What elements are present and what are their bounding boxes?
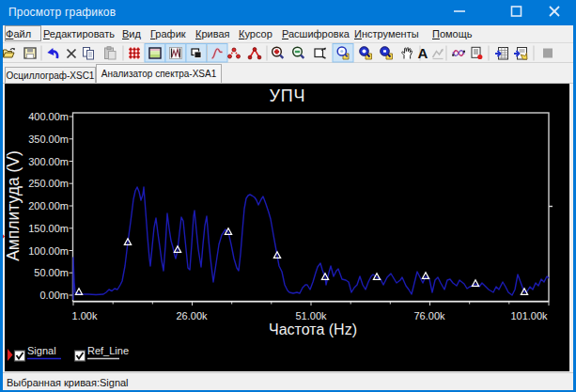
- svg-text:350.00m: 350.00m: [28, 133, 69, 145]
- svg-text:250.00m: 250.00m: [28, 178, 69, 189]
- svg-text:Частота (Hz): Частота (Hz): [269, 321, 357, 337]
- svg-text:УПЧ: УПЧ: [270, 86, 306, 105]
- svg-text:Signal: Signal: [27, 345, 56, 356]
- svg-text:Амплитуда (V): Амплитуда (V): [5, 150, 23, 261]
- svg-text:26.00k: 26.00k: [176, 310, 208, 321]
- svg-text:51.00k: 51.00k: [295, 310, 327, 321]
- svg-text:76.00k: 76.00k: [413, 310, 445, 321]
- svg-text:A: A: [418, 45, 428, 61]
- svg-text:0.00m: 0.00m: [39, 290, 69, 301]
- svg-text:Ref_Line: Ref_Line: [87, 345, 129, 356]
- svg-text:150.00m: 150.00m: [28, 223, 69, 234]
- svg-text:200.00m: 200.00m: [28, 200, 69, 212]
- svg-text:101.00k: 101.00k: [510, 310, 548, 321]
- svg-text:50.00m: 50.00m: [34, 267, 69, 278]
- svg-text:100.00m: 100.00m: [28, 245, 69, 257]
- svg-text:300.00m: 300.00m: [28, 156, 69, 167]
- svg-text:400.00m: 400.00m: [28, 111, 69, 122]
- svg-text:1.00k: 1.00k: [72, 310, 98, 321]
